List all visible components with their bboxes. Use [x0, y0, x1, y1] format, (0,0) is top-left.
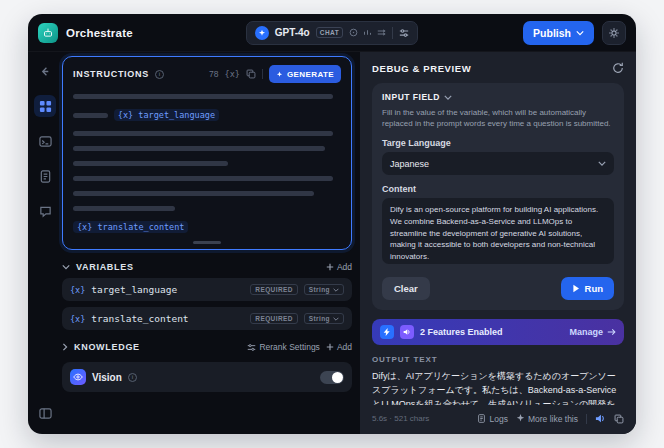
clear-button[interactable]: Clear	[382, 277, 430, 300]
variable-icon: {x}	[70, 314, 85, 324]
logs-button[interactable]: Logs	[477, 414, 507, 424]
skeleton-line	[73, 161, 228, 166]
manage-label: Manage	[569, 327, 603, 337]
plus-icon	[326, 263, 334, 271]
arrow-right-icon	[607, 328, 616, 336]
nav-orchestrate[interactable]	[34, 95, 56, 117]
app-logo-icon[interactable]	[38, 23, 58, 43]
prompt-editor[interactable]: {x} target_language {x} translate_conten…	[73, 94, 341, 233]
output-section: OUTPUT TEXT Difyは、AIアプリケーションを構築するためのオープン…	[372, 355, 624, 424]
publish-button[interactable]: Publish	[523, 21, 594, 45]
scrollbar-handle[interactable]	[193, 241, 221, 244]
model-name: GPT-4o	[275, 27, 310, 38]
vision-feature-card: Vision	[62, 362, 352, 392]
variable-row-target-language[interactable]: {x} target_language REQUIRED String	[62, 278, 352, 301]
add-variable-button[interactable]: Add	[326, 262, 352, 272]
variable-type-chip[interactable]: String	[304, 313, 344, 324]
variable-name: translate_content	[91, 313, 188, 324]
model-selector[interactable]: GPT-4o CHAT	[246, 21, 419, 45]
vision-label: Vision	[92, 372, 122, 383]
skeleton-line	[73, 146, 325, 151]
nav-api[interactable]	[34, 130, 56, 152]
skeleton-line	[73, 113, 108, 118]
model-params-icons	[349, 28, 386, 37]
sliders-icon[interactable]	[399, 28, 409, 38]
copy-icon	[614, 414, 624, 424]
output-stats: 5.6s · 521 chars	[372, 414, 469, 423]
info-icon	[155, 70, 164, 79]
feature-icon-2	[400, 325, 414, 339]
variable-row-translate-content[interactable]: {x} translate_content REQUIRED String	[62, 307, 352, 330]
content-textarea[interactable]: Dify is an open-source platform for buil…	[382, 198, 614, 264]
chevron-down-icon	[444, 95, 452, 100]
features-enabled-text: 2 Features Enabled	[420, 327, 503, 337]
header-divider	[262, 69, 263, 79]
nav-logs[interactable]	[34, 165, 56, 187]
logs-icon	[477, 414, 486, 423]
settings-button[interactable]	[602, 21, 626, 45]
manage-features-button[interactable]: Manage	[569, 327, 616, 337]
instructions-panel[interactable]: INSTRUCTIONS 78 {x} GENERATE	[62, 56, 352, 250]
input-field-header[interactable]: INPUT FIELD	[382, 92, 614, 102]
gear-icon	[608, 27, 620, 39]
input-field-title: INPUT FIELD	[382, 92, 440, 102]
run-button[interactable]: Run	[561, 277, 614, 300]
nav-annotations[interactable]	[34, 200, 56, 222]
left-rail	[28, 52, 62, 434]
rerank-settings-button[interactable]: Rerank Settings	[247, 342, 319, 352]
shuffle-icon	[377, 28, 386, 37]
config-column: INSTRUCTIONS 78 {x} GENERATE	[62, 52, 360, 434]
vision-toggle[interactable]	[320, 371, 344, 384]
top-bar: Orchestrate GPT-4o CHAT	[28, 14, 636, 52]
rerank-settings-label: Rerank Settings	[259, 342, 319, 352]
knowledge-title: KNOWLEDGE	[74, 342, 140, 352]
temperature-icon	[349, 28, 358, 37]
variable-tag-translate-content[interactable]: {x} translate_content	[73, 221, 188, 233]
variable-tag-target-language[interactable]: {x} target_language	[114, 109, 219, 121]
model-mode-badge: CHAT	[316, 27, 344, 38]
input-field-description: Fill in the value of the variable, which…	[382, 107, 614, 129]
spark-icon	[258, 29, 266, 37]
chevron-down-icon	[576, 30, 584, 36]
target-language-label: Targe Language	[382, 138, 614, 148]
publish-label: Publish	[533, 27, 571, 39]
run-label: Run	[585, 283, 603, 294]
main-area: INSTRUCTIONS 78 {x} GENERATE	[28, 52, 636, 434]
copy-icon[interactable]	[246, 69, 256, 79]
toggle-knob	[332, 372, 343, 383]
copy-output-button[interactable]	[614, 414, 624, 424]
more-like-this-label: More like this	[528, 414, 578, 424]
model-provider-icon	[255, 26, 269, 40]
logs-label: Logs	[489, 414, 507, 424]
generate-button[interactable]: GENERATE	[269, 65, 341, 83]
target-language-select[interactable]: Japanese	[382, 152, 614, 175]
chevron-right-icon[interactable]	[62, 343, 68, 351]
chat-bubble-icon	[39, 205, 52, 218]
variables-title: VARIABLES	[76, 262, 134, 272]
speaker-icon	[403, 328, 411, 336]
required-badge: REQUIRED	[250, 284, 298, 295]
chevron-down-icon	[333, 288, 339, 292]
back-arrow-icon	[39, 65, 52, 78]
more-like-this-button[interactable]: More like this	[516, 414, 578, 424]
variable-type-chip[interactable]: String	[304, 284, 344, 295]
output-text: Difyは、AIアプリケーションを構築するためのオープンソースプラットフォームで…	[372, 370, 624, 405]
collapse-sidebar-button[interactable]	[34, 402, 56, 424]
add-knowledge-button[interactable]: Add	[326, 342, 352, 352]
features-bar: 2 Features Enabled Manage	[372, 319, 624, 345]
skeleton-line	[73, 176, 333, 181]
back-button[interactable]	[34, 60, 56, 82]
knowledge-header: KNOWLEDGE Rerank Settings Add	[62, 342, 352, 352]
topbar-left: Orchestrate	[38, 23, 188, 43]
panel-collapse-icon	[39, 407, 52, 420]
topbar-right: Publish	[476, 21, 626, 45]
chevron-down-icon	[598, 161, 606, 166]
chevron-down-icon	[333, 317, 339, 321]
text-to-speech-button[interactable]	[595, 413, 606, 424]
insert-variable-icon[interactable]: {x}	[225, 69, 240, 79]
orchestrate-icon	[39, 100, 52, 113]
restart-icon[interactable]	[612, 62, 624, 74]
skeleton-line	[73, 94, 333, 99]
input-field-card: INPUT FIELD Fill in the value of the var…	[372, 83, 624, 310]
chevron-down-icon[interactable]	[62, 264, 70, 270]
